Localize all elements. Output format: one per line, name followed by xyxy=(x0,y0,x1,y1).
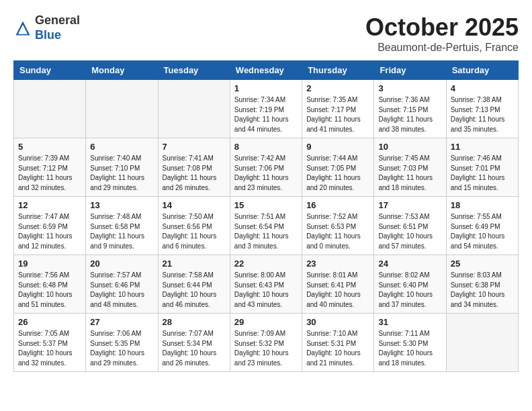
weekday-header-monday: Monday xyxy=(86,61,158,80)
day-info: Sunrise: 8:02 AM Sunset: 6:40 PM Dayligh… xyxy=(378,271,441,310)
day-number: 7 xyxy=(163,142,226,152)
calendar-week-3: 12Sunrise: 7:47 AM Sunset: 6:59 PM Dayli… xyxy=(14,197,519,255)
calendar-cell: 18Sunrise: 7:55 AM Sunset: 6:49 PM Dayli… xyxy=(446,197,518,255)
day-number: 13 xyxy=(90,200,153,210)
day-info: Sunrise: 7:48 AM Sunset: 6:58 PM Dayligh… xyxy=(90,212,153,251)
day-info: Sunrise: 7:58 AM Sunset: 6:44 PM Dayligh… xyxy=(163,271,226,310)
day-info: Sunrise: 7:38 AM Sunset: 7:13 PM Dayligh… xyxy=(451,95,514,134)
calendar-cell: 19Sunrise: 7:56 AM Sunset: 6:48 PM Dayli… xyxy=(14,255,86,314)
calendar-cell: 28Sunrise: 7:07 AM Sunset: 5:34 PM Dayli… xyxy=(158,314,230,372)
day-info: Sunrise: 7:44 AM Sunset: 7:05 PM Dayligh… xyxy=(306,154,369,193)
calendar-week-1: 1Sunrise: 7:34 AM Sunset: 7:19 PM Daylig… xyxy=(14,80,519,138)
calendar-cell: 25Sunrise: 8:03 AM Sunset: 6:38 PM Dayli… xyxy=(446,255,518,314)
day-number: 31 xyxy=(378,317,441,327)
day-info: Sunrise: 7:09 AM Sunset: 5:32 PM Dayligh… xyxy=(234,329,298,368)
day-info: Sunrise: 7:57 AM Sunset: 6:46 PM Dayligh… xyxy=(90,271,153,310)
day-info: Sunrise: 8:01 AM Sunset: 6:41 PM Dayligh… xyxy=(306,271,369,310)
calendar-cell: 9Sunrise: 7:44 AM Sunset: 7:05 PM Daylig… xyxy=(302,138,374,197)
calendar-cell: 11Sunrise: 7:46 AM Sunset: 7:01 PM Dayli… xyxy=(446,138,518,197)
day-info: Sunrise: 7:53 AM Sunset: 6:51 PM Dayligh… xyxy=(378,212,441,251)
day-info: Sunrise: 7:05 AM Sunset: 5:37 PM Dayligh… xyxy=(18,329,81,368)
calendar-cell xyxy=(86,80,158,138)
day-number: 9 xyxy=(306,142,369,152)
calendar-cell: 15Sunrise: 7:51 AM Sunset: 6:54 PM Dayli… xyxy=(230,197,302,255)
calendar-cell: 5Sunrise: 7:39 AM Sunset: 7:12 PM Daylig… xyxy=(14,138,86,197)
day-number: 15 xyxy=(234,200,298,210)
calendar-cell: 17Sunrise: 7:53 AM Sunset: 6:51 PM Dayli… xyxy=(374,197,446,255)
day-number: 26 xyxy=(18,317,81,327)
calendar-cell: 4Sunrise: 7:38 AM Sunset: 7:13 PM Daylig… xyxy=(446,80,518,138)
day-info: Sunrise: 7:45 AM Sunset: 7:03 PM Dayligh… xyxy=(378,154,441,193)
calendar-cell: 1Sunrise: 7:34 AM Sunset: 7:19 PM Daylig… xyxy=(230,80,302,138)
day-info: Sunrise: 7:34 AM Sunset: 7:19 PM Dayligh… xyxy=(234,95,298,134)
calendar-cell: 30Sunrise: 7:10 AM Sunset: 5:31 PM Dayli… xyxy=(302,314,374,372)
day-number: 8 xyxy=(234,142,298,152)
day-number: 4 xyxy=(451,83,514,93)
calendar-cell: 3Sunrise: 7:36 AM Sunset: 7:15 PM Daylig… xyxy=(374,80,446,138)
calendar-cell: 21Sunrise: 7:58 AM Sunset: 6:44 PM Dayli… xyxy=(158,255,230,314)
calendar-cell: 16Sunrise: 7:52 AM Sunset: 6:53 PM Dayli… xyxy=(302,197,374,255)
day-info: Sunrise: 7:35 AM Sunset: 7:17 PM Dayligh… xyxy=(306,95,369,134)
day-number: 22 xyxy=(234,259,298,269)
day-number: 25 xyxy=(451,259,514,269)
weekday-row: SundayMondayTuesdayWednesdayThursdayFrid… xyxy=(14,61,519,80)
weekday-header-thursday: Thursday xyxy=(302,61,374,80)
calendar-cell: 23Sunrise: 8:01 AM Sunset: 6:41 PM Dayli… xyxy=(302,255,374,314)
calendar-cell: 22Sunrise: 8:00 AM Sunset: 6:43 PM Dayli… xyxy=(230,255,302,314)
day-number: 12 xyxy=(18,200,81,210)
calendar-week-2: 5Sunrise: 7:39 AM Sunset: 7:12 PM Daylig… xyxy=(14,138,519,197)
day-number: 24 xyxy=(378,259,441,269)
day-number: 16 xyxy=(306,200,369,210)
day-info: Sunrise: 7:39 AM Sunset: 7:12 PM Dayligh… xyxy=(18,154,81,193)
weekday-header-friday: Friday xyxy=(374,61,446,80)
day-number: 1 xyxy=(234,83,298,93)
day-number: 21 xyxy=(163,259,226,269)
day-info: Sunrise: 7:46 AM Sunset: 7:01 PM Dayligh… xyxy=(451,154,514,193)
day-number: 10 xyxy=(378,142,441,152)
calendar-cell: 24Sunrise: 8:02 AM Sunset: 6:40 PM Dayli… xyxy=(374,255,446,314)
day-number: 5 xyxy=(18,142,81,152)
day-number: 19 xyxy=(18,259,81,269)
weekday-header-wednesday: Wednesday xyxy=(230,61,302,80)
day-info: Sunrise: 7:55 AM Sunset: 6:49 PM Dayligh… xyxy=(451,212,514,251)
day-info: Sunrise: 7:52 AM Sunset: 6:53 PM Dayligh… xyxy=(306,212,369,251)
day-info: Sunrise: 7:36 AM Sunset: 7:15 PM Dayligh… xyxy=(378,95,441,134)
weekday-header-sunday: Sunday xyxy=(14,61,86,80)
title-block: October 2025 Beaumont-de-Pertuis, France xyxy=(365,13,519,54)
logo-icon xyxy=(13,19,32,38)
day-info: Sunrise: 7:56 AM Sunset: 6:48 PM Dayligh… xyxy=(18,271,81,310)
day-info: Sunrise: 7:50 AM Sunset: 6:56 PM Dayligh… xyxy=(163,212,226,251)
calendar: SundayMondayTuesdayWednesdayThursdayFrid… xyxy=(13,60,519,372)
calendar-cell: 10Sunrise: 7:45 AM Sunset: 7:03 PM Dayli… xyxy=(374,138,446,197)
logo-blue: Blue xyxy=(35,28,61,42)
calendar-cell xyxy=(158,80,230,138)
day-number: 14 xyxy=(163,200,226,210)
day-info: Sunrise: 7:42 AM Sunset: 7:06 PM Dayligh… xyxy=(234,154,298,193)
day-number: 28 xyxy=(163,317,226,327)
day-number: 17 xyxy=(378,200,441,210)
calendar-header: SundayMondayTuesdayWednesdayThursdayFrid… xyxy=(14,61,519,80)
month-title: October 2025 xyxy=(365,13,519,42)
day-info: Sunrise: 7:07 AM Sunset: 5:34 PM Dayligh… xyxy=(163,329,226,368)
day-number: 30 xyxy=(306,317,369,327)
logo-general: General xyxy=(35,13,80,27)
day-info: Sunrise: 7:06 AM Sunset: 5:35 PM Dayligh… xyxy=(90,329,153,368)
day-number: 11 xyxy=(451,142,514,152)
page-header: General Blue October 2025 Beaumont-de-Pe… xyxy=(13,13,519,54)
calendar-cell: 26Sunrise: 7:05 AM Sunset: 5:37 PM Dayli… xyxy=(14,314,86,372)
calendar-cell: 6Sunrise: 7:40 AM Sunset: 7:10 PM Daylig… xyxy=(86,138,158,197)
calendar-cell: 20Sunrise: 7:57 AM Sunset: 6:46 PM Dayli… xyxy=(86,255,158,314)
calendar-cell: 2Sunrise: 7:35 AM Sunset: 7:17 PM Daylig… xyxy=(302,80,374,138)
day-number: 6 xyxy=(90,142,153,152)
day-number: 18 xyxy=(451,200,514,210)
day-info: Sunrise: 8:00 AM Sunset: 6:43 PM Dayligh… xyxy=(234,271,298,310)
day-number: 2 xyxy=(306,83,369,93)
calendar-body: 1Sunrise: 7:34 AM Sunset: 7:19 PM Daylig… xyxy=(14,80,519,372)
calendar-week-5: 26Sunrise: 7:05 AM Sunset: 5:37 PM Dayli… xyxy=(14,314,519,372)
day-number: 23 xyxy=(306,259,369,269)
calendar-cell xyxy=(446,314,518,372)
logo-text: General Blue xyxy=(35,13,80,42)
calendar-cell: 12Sunrise: 7:47 AM Sunset: 6:59 PM Dayli… xyxy=(14,197,86,255)
calendar-cell: 8Sunrise: 7:42 AM Sunset: 7:06 PM Daylig… xyxy=(230,138,302,197)
calendar-week-4: 19Sunrise: 7:56 AM Sunset: 6:48 PM Dayli… xyxy=(14,255,519,314)
